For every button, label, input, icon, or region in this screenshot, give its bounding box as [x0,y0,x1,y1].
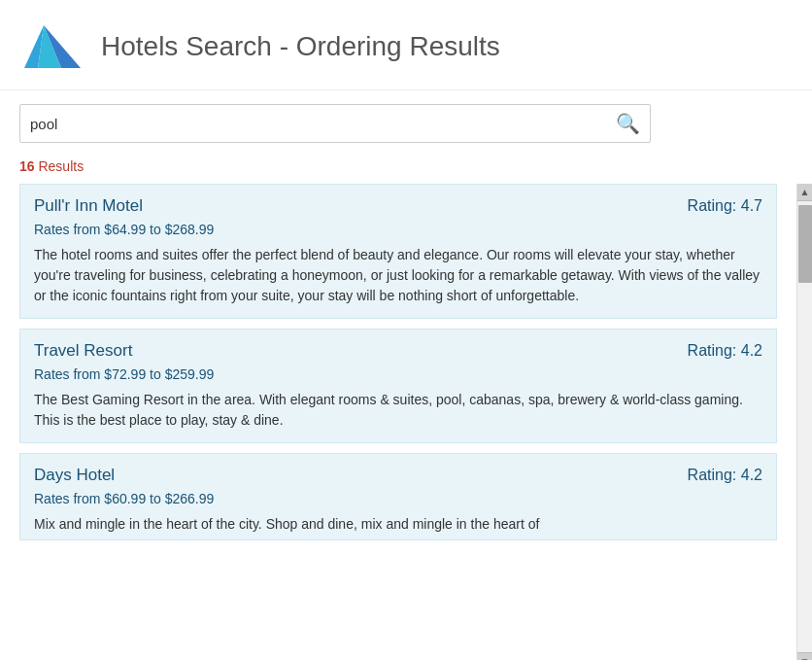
hotel-header: Days Hotel Rating: 4.2 [34,466,762,485]
scrollbar-down-button[interactable]: ▼ [797,652,813,660]
results-count: 16 Results [0,153,812,184]
page-header: Hotels Search - Ordering Results [0,0,812,90]
azure-logo [24,21,81,72]
search-input[interactable] [30,116,616,132]
scrollbar-up-button[interactable]: ▲ [797,184,813,201]
hotel-description: The Best Gaming Resort in the area. With… [34,390,762,431]
hotel-rating: Rating: 4.2 [688,467,762,484]
hotel-description: The hotel rooms and suites offer the per… [34,245,762,306]
hotel-rates: Rates from $64.99 to $268.99 [34,222,762,237]
hotel-card: Travel Resort Rating: 4.2 Rates from $72… [19,329,777,443]
results-area: Pull'r Inn Motel Rating: 4.7 Rates from … [0,184,796,660]
hotel-description: Mix and mingle in the heart of the city.… [34,514,762,535]
hotel-name[interactable]: Pull'r Inn Motel [34,196,143,216]
scrollbar-thumb[interactable] [798,205,812,283]
down-arrow-icon: ▼ [800,656,810,660]
results-number: 16 [19,158,35,174]
hotel-rating: Rating: 4.7 [688,197,762,215]
hotel-card: Pull'r Inn Motel Rating: 4.7 Rates from … [19,184,777,319]
search-box: 🔍 [19,104,651,143]
hotel-card-partial: Days Hotel Rating: 4.2 Rates from $60.99… [19,453,777,540]
page-title: Hotels Search - Ordering Results [101,31,500,62]
search-icon[interactable]: 🔍 [616,112,640,135]
hotel-rating: Rating: 4.2 [688,342,762,360]
hotel-rates: Rates from $72.99 to $259.99 [34,366,762,382]
up-arrow-icon: ▲ [800,187,810,197]
logo-container [19,17,85,76]
hotel-name[interactable]: Travel Resort [34,341,132,361]
search-area: 🔍 [0,90,812,153]
hotel-name[interactable]: Days Hotel [34,466,115,485]
hotel-rates: Rates from $60.99 to $266.99 [34,491,762,506]
results-label: Results [38,158,84,174]
hotel-header: Travel Resort Rating: 4.2 [34,341,762,361]
scrollbar-track: ▲ ▼ [796,184,812,660]
hotel-header: Pull'r Inn Motel Rating: 4.7 [34,196,762,216]
main-content: Pull'r Inn Motel Rating: 4.7 Rates from … [0,184,812,660]
